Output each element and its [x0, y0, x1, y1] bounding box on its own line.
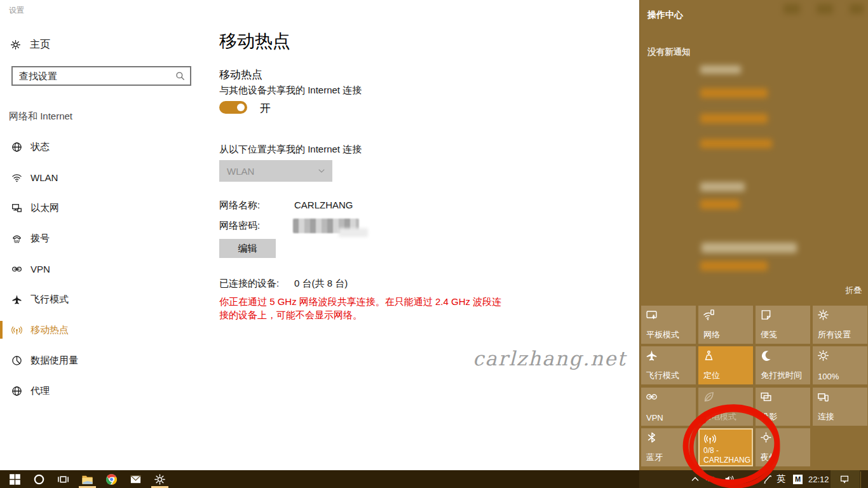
- airplane-icon: [646, 349, 658, 362]
- taskbar-cortana-button[interactable]: [27, 470, 51, 488]
- settings-icon: [154, 473, 166, 485]
- sidebar-item-label: 移动热点: [31, 324, 69, 336]
- gear-icon: [10, 39, 21, 50]
- action-center-button[interactable]: [839, 470, 850, 488]
- quick-action-project[interactable]: 投影: [756, 388, 810, 426]
- tile-label: 投影: [761, 411, 777, 423]
- taskbar-mail-button[interactable]: [123, 470, 147, 488]
- search-box[interactable]: [11, 66, 191, 86]
- window-title: 设置: [9, 5, 24, 16]
- quick-action-connect[interactable]: 连接: [813, 388, 867, 426]
- network-password-label: 网络密码:: [219, 220, 260, 232]
- connect-icon: [817, 391, 829, 403]
- vpn-icon: [646, 391, 658, 403]
- sidebar-item-hotspot[interactable]: 移动热点: [0, 315, 210, 345]
- quick-action-battery-saver[interactable]: 省电模式: [698, 388, 753, 426]
- hidden-icons-button[interactable]: [690, 470, 700, 488]
- taskbar-start-button[interactable]: [3, 470, 27, 488]
- sidebar-nav: 状态WLAN以太网拨号VPN飞行模式移动热点数据使用量代理: [0, 132, 210, 406]
- sidebar-item-vpn[interactable]: VPN: [0, 254, 210, 284]
- project-icon: [760, 391, 772, 403]
- ime-language-indicator[interactable]: 英: [776, 470, 785, 488]
- quick-action-network[interactable]: 网络: [698, 306, 753, 344]
- sidebar-item-dialup[interactable]: 拨号: [0, 223, 210, 254]
- toggle-state-label: 开: [260, 101, 271, 116]
- quick-action-tablet-mode[interactable]: 平板模式: [641, 306, 696, 344]
- band-warning-text: 你正在通过 5 GHz 网络波段共享连接。在只能通过 2.4 GHz 波段连接的…: [219, 295, 508, 322]
- speaker-icon: [724, 474, 735, 484]
- quick-action-brightness[interactable]: 100%: [813, 346, 867, 384]
- no-notifications-label: 没有新通知: [648, 46, 691, 58]
- action-center-title: 操作中心: [648, 10, 683, 21]
- airplane-icon: [11, 294, 22, 305]
- quick-action-night-light[interactable]: 夜灯: [756, 428, 810, 466]
- edit-button[interactable]: 编辑: [219, 239, 276, 258]
- sidebar-item-label: 代理: [31, 385, 50, 397]
- connected-devices-value: 0 台(共 8 台): [294, 278, 348, 290]
- leaf-icon: [703, 391, 715, 403]
- tile-label: 便笺: [761, 329, 777, 341]
- share-from-label: 从以下位置共享我的 Internet 连接: [219, 144, 362, 156]
- sidebar-item-ethernet[interactable]: 以太网: [0, 193, 210, 223]
- connected-devices-label: 已连接的设备:: [219, 278, 279, 290]
- share-from-select: WLAN: [219, 160, 332, 182]
- sidebar-item-status[interactable]: 状态: [0, 132, 210, 162]
- tile-label: 定位: [703, 370, 720, 381]
- blurred-notification-line: [700, 114, 768, 123]
- home-label: 主页: [30, 38, 50, 51]
- battery-tray-icon[interactable]: [704, 470, 716, 488]
- file-explorer-icon: [81, 473, 93, 485]
- hotspot-section-title: 移动热点: [219, 67, 262, 82]
- chevron-up-icon: [690, 474, 700, 484]
- collapse-link[interactable]: 折叠: [845, 285, 862, 296]
- quick-action-all-settings[interactable]: 所有设置: [813, 306, 867, 344]
- sidebar-item-data-usage[interactable]: 数据使用量: [0, 345, 210, 376]
- tile-label: 免打扰时间: [761, 370, 802, 381]
- blurred-notification-line: [700, 261, 768, 271]
- quick-action-quiet-hours[interactable]: 免打扰时间: [756, 346, 810, 384]
- share-from-value: WLAN: [227, 166, 254, 177]
- cortana-icon: [33, 473, 45, 485]
- sidebar-section-header: 网络和 Internet: [9, 111, 72, 123]
- sidebar-item-home[interactable]: 主页: [10, 38, 50, 51]
- chrome-icon: [105, 473, 118, 485]
- blurred-notification-line: [702, 243, 797, 253]
- quick-action-location[interactable]: 定位: [698, 346, 753, 384]
- volume-tray-icon[interactable]: [724, 470, 735, 488]
- taskbar-chrome-button[interactable]: [99, 470, 123, 488]
- globe-icon: [11, 142, 22, 152]
- hotspot-icon: [704, 433, 716, 445]
- quick-action-airplane-mode[interactable]: 飞行模式: [641, 346, 696, 384]
- taskbar-settings-button[interactable]: [147, 470, 172, 488]
- tile-label: VPN: [646, 413, 663, 423]
- search-input[interactable]: [13, 67, 190, 85]
- pen-icon: [763, 474, 773, 484]
- hotspot-section-desc: 与其他设备共享我的 Internet 连接: [219, 85, 362, 97]
- taskbar-file-explorer-button[interactable]: [75, 470, 99, 488]
- search-icon[interactable]: [175, 71, 185, 81]
- sidebar-item-label: 状态: [31, 141, 50, 153]
- tile-label: 飞行模式: [646, 370, 679, 381]
- action-center-panel: 操作中心 没有新通知 折叠 平板模式网络便笺所有设置飞行模式定位免打扰时间100…: [639, 0, 868, 470]
- clock[interactable]: 22:12: [808, 470, 829, 488]
- tablet-icon: [646, 309, 658, 321]
- blurred-notification-line: [700, 200, 740, 209]
- selected-indicator: [0, 321, 3, 339]
- wifi-net-icon: [703, 309, 715, 321]
- taskbar-divider: [860, 471, 861, 488]
- blurred-notification-line: [700, 182, 745, 191]
- bluetooth-icon: [646, 431, 658, 444]
- ime-mode-badge[interactable]: M: [793, 470, 803, 488]
- quick-action-vpn[interactable]: VPN: [641, 388, 696, 426]
- network-name-value: CARLZHANG: [294, 200, 353, 210]
- quick-action-note[interactable]: 便笺: [756, 306, 810, 344]
- taskbar-task-view-button[interactable]: [51, 470, 75, 488]
- hotspot-toggle[interactable]: [219, 101, 247, 114]
- sidebar-item-airplane[interactable]: 飞行模式: [0, 284, 210, 315]
- quick-action-bluetooth[interactable]: 蓝牙: [641, 428, 696, 466]
- windows-ink-tray-icon[interactable]: [763, 470, 773, 488]
- quick-action-mobile-hotspot[interactable]: 0/8 -CARLZHANG: [698, 428, 753, 466]
- sidebar-item-proxy[interactable]: 代理: [0, 376, 210, 406]
- sidebar-item-wlan[interactable]: WLAN: [0, 162, 210, 193]
- ethernet-icon: [11, 203, 22, 214]
